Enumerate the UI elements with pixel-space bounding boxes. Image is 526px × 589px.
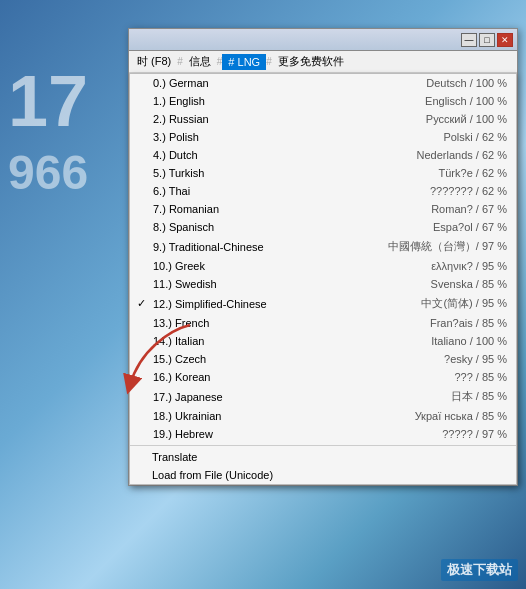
- language-item-2[interactable]: 2.) RussianРусский / 100 %: [130, 110, 516, 128]
- language-value-18: Украї нська / 85 %: [415, 410, 507, 422]
- language-label-8: 8.) Spanisch: [153, 221, 433, 233]
- language-label-12: 12.) Simplified-Chinese: [153, 298, 421, 310]
- language-item-11[interactable]: 11.) SwedishSvenska / 85 %: [130, 275, 516, 293]
- language-label-3: 3.) Polish: [153, 131, 443, 143]
- language-item-5[interactable]: 5.) TurkishTürk?e / 62 %: [130, 164, 516, 182]
- language-value-7: Roman? / 67 %: [431, 203, 507, 215]
- language-value-9: 中國傳統（台灣）/ 97 %: [388, 239, 507, 254]
- language-label-6: 6.) Thai: [153, 185, 430, 197]
- language-item-13[interactable]: 13.) FrenchFran?ais / 85 %: [130, 314, 516, 332]
- menu-item-more[interactable]: 更多免费软件: [272, 52, 350, 71]
- language-value-11: Svenska / 85 %: [431, 278, 507, 290]
- menu-item-lng[interactable]: # LNG: [222, 54, 266, 70]
- language-value-3: Polski / 62 %: [443, 131, 507, 143]
- language-value-10: ελληνικ? / 95 %: [431, 260, 507, 272]
- language-item-15[interactable]: 15.) Czech?esky / 95 %: [130, 350, 516, 368]
- language-item-6[interactable]: 6.) Thai??????? / 62 %: [130, 182, 516, 200]
- language-value-17: 日本 / 85 %: [451, 389, 507, 404]
- language-label-19: 19.) Hebrew: [153, 428, 442, 440]
- language-value-8: Espa?ol / 67 %: [433, 221, 507, 233]
- language-label-4: 4.) Dutch: [153, 149, 417, 161]
- close-button[interactable]: ✕: [497, 33, 513, 47]
- language-item-0[interactable]: 0.) GermanDeutsch / 100 %: [130, 74, 516, 92]
- menu-item-time[interactable]: 时 (F8): [131, 52, 177, 71]
- language-value-16: ??? / 85 %: [454, 371, 507, 383]
- dropdown-action-load-from-file[interactable]: Load from File (Unicode): [130, 466, 516, 484]
- language-value-2: Русский / 100 %: [426, 113, 507, 125]
- language-value-6: ??????? / 62 %: [430, 185, 507, 197]
- dropdown-action-translate[interactable]: Translate: [130, 448, 516, 466]
- maximize-button[interactable]: □: [479, 33, 495, 47]
- language-value-13: Fran?ais / 85 %: [430, 317, 507, 329]
- language-value-0: Deutsch / 100 %: [426, 77, 507, 89]
- language-value-4: Nederlands / 62 %: [417, 149, 508, 161]
- title-bar-buttons: — □ ✕: [461, 33, 513, 47]
- language-item-12[interactable]: 12.) Simplified-Chinese中文(简体) / 95 %: [130, 293, 516, 314]
- language-value-5: Türk?e / 62 %: [439, 167, 507, 179]
- language-item-10[interactable]: 10.) Greekελληνικ? / 95 %: [130, 257, 516, 275]
- language-label-5: 5.) Turkish: [153, 167, 439, 179]
- language-value-12: 中文(简体) / 95 %: [421, 296, 507, 311]
- language-item-18[interactable]: 18.) UkrainianУкраї нська / 85 %: [130, 407, 516, 425]
- language-value-14: Italiano / 100 %: [431, 335, 507, 347]
- app-window: — □ ✕ 时 (F8) # 信息 # # LNG # 更多免费软件 0.) G…: [128, 28, 518, 486]
- dropdown-separator: [130, 445, 516, 446]
- language-label-2: 2.) Russian: [153, 113, 426, 125]
- minimize-button[interactable]: —: [461, 33, 477, 47]
- bg-number-large: 17: [8, 60, 88, 142]
- language-item-4[interactable]: 4.) DutchNederlands / 62 %: [130, 146, 516, 164]
- language-label-18: 18.) Ukrainian: [153, 410, 415, 422]
- language-item-3[interactable]: 3.) PolishPolski / 62 %: [130, 128, 516, 146]
- bg-number-small: 966: [8, 145, 88, 200]
- language-value-1: Englisch / 100 %: [425, 95, 507, 107]
- language-item-17[interactable]: 17.) Japanese日本 / 85 %: [130, 386, 516, 407]
- language-item-1[interactable]: 1.) EnglishEnglisch / 100 %: [130, 92, 516, 110]
- language-item-7[interactable]: 7.) RomanianRoman? / 67 %: [130, 200, 516, 218]
- language-item-16[interactable]: 16.) Korean??? / 85 %: [130, 368, 516, 386]
- language-item-19[interactable]: 19.) Hebrew????? / 97 %: [130, 425, 516, 443]
- menu-item-info[interactable]: 信息: [183, 52, 217, 71]
- language-label-7: 7.) Romanian: [153, 203, 431, 215]
- language-value-15: ?esky / 95 %: [444, 353, 507, 365]
- language-label-0: 0.) German: [153, 77, 426, 89]
- language-label-16: 16.) Korean: [153, 371, 454, 383]
- language-label-10: 10.) Greek: [153, 260, 431, 272]
- language-item-9[interactable]: 9.) Traditional-Chinese中國傳統（台灣）/ 97 %: [130, 236, 516, 257]
- language-label-11: 11.) Swedish: [153, 278, 431, 290]
- watermark: 极速下载站: [441, 559, 518, 581]
- language-label-1: 1.) English: [153, 95, 425, 107]
- language-label-9: 9.) Traditional-Chinese: [153, 241, 388, 253]
- language-label-14: 14.) Italian: [153, 335, 431, 347]
- language-dropdown: 0.) GermanDeutsch / 100 %1.) EnglishEngl…: [129, 73, 517, 485]
- title-bar: — □ ✕: [129, 29, 517, 51]
- language-label-17: 17.) Japanese: [153, 391, 451, 403]
- language-item-8[interactable]: 8.) SpanischEspa?ol / 67 %: [130, 218, 516, 236]
- menu-bar: 时 (F8) # 信息 # # LNG # 更多免费软件: [129, 51, 517, 73]
- language-value-19: ????? / 97 %: [442, 428, 507, 440]
- language-label-15: 15.) Czech: [153, 353, 444, 365]
- language-item-14[interactable]: 14.) ItalianItaliano / 100 %: [130, 332, 516, 350]
- language-label-13: 13.) French: [153, 317, 430, 329]
